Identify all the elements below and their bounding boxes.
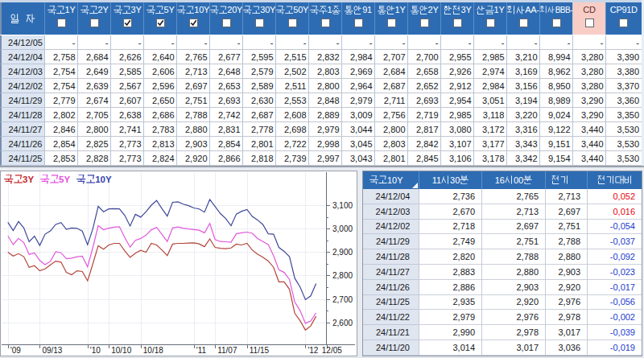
yield-row-24/12/02[interactable]: 24/12/022,7542,6392,5672,5962,6972,6532,…	[0, 79, 642, 93]
column-checkbox-CP91D[interactable]	[619, 19, 628, 27]
column-label: 30Y	[243, 2, 275, 17]
yield-value: 3,343	[506, 137, 539, 151]
yield-value: 3,280	[572, 79, 605, 93]
yield-value: 9,122	[539, 122, 572, 137]
rt-row-24/11/27[interactable]: 24/11/272,8832,8802,903-0,023	[363, 265, 642, 280]
yield-value: 3,290	[572, 93, 605, 108]
yield-value: 2,974	[473, 64, 506, 79]
column-checkbox-국주1종[interactable]	[321, 19, 330, 27]
yield-value: 2,984	[341, 50, 374, 64]
y-axis-label: 3,100	[332, 201, 353, 210]
yield-row-24/11/28[interactable]: 24/11/282,8022,7052,6382,6862,7882,7422,…	[0, 108, 642, 122]
column-header-한전3Y[interactable]: 3Y	[440, 2, 473, 35]
column-header-산금1Y[interactable]: 1Y	[473, 2, 506, 35]
rt-row-24/12/04[interactable]: 24/12/042,7362,7652,7130,052	[363, 189, 642, 204]
yield-row-24/11/26[interactable]: 24/11/262,8542,8252,7732,8132,9032,8542,…	[0, 137, 642, 151]
yield-value: -	[110, 35, 143, 50]
yield-row-24/11/25[interactable]: 24/11/252,8532,8282,7732,8242,9202,8662,…	[0, 151, 642, 166]
date-column-header[interactable]	[0, 2, 44, 35]
rt-row-24/11/26[interactable]: 24/11/262,8862,9032,920-0,017	[363, 280, 642, 295]
column-checkbox-국고30Y[interactable]	[255, 19, 264, 27]
column-checkbox-통안1Y[interactable]	[387, 19, 396, 27]
yield-value: 2,677	[209, 50, 242, 64]
rt-header-4[interactable]	[587, 171, 642, 189]
column-checkbox-국고10Y[interactable]	[189, 19, 198, 27]
column-checkbox-통안2Y[interactable]	[420, 19, 429, 27]
column-header-국고3Y[interactable]: 3Y	[110, 2, 143, 35]
yield-value: 3,220	[506, 108, 539, 122]
yield-value: 2,803	[374, 137, 407, 151]
column-header-국주1종[interactable]: 1	[308, 2, 341, 35]
column-header-통안91[interactable]: 91	[341, 2, 374, 35]
rt-row-24/11/21[interactable]: 24/11/212,9902,9783,017-0,039	[363, 325, 642, 340]
rt-row-24/11/22[interactable]: 24/11/222,9792,9762,978-0,002	[363, 310, 642, 325]
column-checkbox-한전3Y[interactable]	[453, 19, 462, 27]
column-header-국고1Y[interactable]: 1Y	[44, 2, 77, 35]
column-checkbox-CD[interactable]	[585, 19, 594, 27]
rt-row-24/11/29[interactable]: 24/11/292,7492,7512,788-0,037	[363, 234, 642, 249]
rt-row-24/11/20[interactable]: 24/11/203,0143,0173,036-0,019	[363, 340, 642, 356]
column-label: AA-	[507, 2, 539, 17]
column-header-국고20Y[interactable]: 20Y	[209, 2, 242, 35]
yield-value: 2,920	[176, 151, 209, 166]
column-header-회사AA-[interactable]: AA-	[506, 2, 539, 35]
column-checkbox-통안91[interactable]	[354, 19, 363, 27]
column-header-국고2Y[interactable]: 2Y	[77, 2, 110, 35]
column-header-국고50Y[interactable]: 50Y	[275, 2, 308, 35]
column-header-통안2Y[interactable]: 2Y	[407, 2, 440, 35]
rt-cell-diff: -0,017	[587, 280, 642, 295]
rt-row-24/12/03[interactable]: 24/12/032,6702,7132,6970,016	[363, 204, 642, 220]
yield-chart-panel: 3Y5Y10Y 3,1003,0002,9002,8002,7002,600'0…	[0, 171, 357, 356]
column-header-회사BBB-[interactable]: BBB-	[539, 2, 572, 35]
column-header-국고30Y[interactable]: 30Y	[242, 2, 275, 35]
yield-value: 2,880	[176, 122, 209, 137]
yield-value: -	[209, 35, 242, 50]
yield-row-24/11/29[interactable]: 24/11/292,7792,6742,6072,6502,7512,6932,…	[0, 93, 642, 108]
yield-value: 2,997	[308, 151, 341, 166]
rt-cell-date: 24/11/25	[363, 295, 419, 311]
column-header-CD[interactable]: CD	[572, 2, 605, 35]
yield-value: 3,107	[440, 137, 473, 151]
column-checkbox-국고2Y[interactable]	[90, 19, 99, 27]
yield-value: -	[440, 35, 473, 50]
yield-value: 2,626	[110, 50, 143, 64]
column-checkbox-회사AA-[interactable]	[519, 19, 528, 27]
column-checkbox-회사BBB-[interactable]	[552, 19, 561, 27]
column-header-국고10Y[interactable]: 10Y	[176, 2, 209, 35]
rt-row-24/11/25[interactable]: 24/11/252,9352,9202,976-0,056	[363, 295, 642, 311]
column-header-CP91D[interactable]: CP91D	[605, 2, 642, 35]
rt-header-0[interactable]: 10Y	[363, 171, 419, 189]
yield-row-24/11/27[interactable]: 24/11/272,8462,8002,7412,7832,8802,8312,…	[0, 122, 642, 137]
rt-cell-diff: 0,016	[587, 204, 642, 220]
column-checkbox-국고20Y[interactable]	[222, 19, 231, 27]
yield-value: 2,903	[176, 137, 209, 151]
yield-row-24/12/05[interactable]: 24/12/05------------------	[0, 35, 642, 50]
rt-cell-date: 24/11/20	[363, 340, 419, 356]
rt-header-3[interactable]	[545, 171, 587, 189]
column-checkbox-국고3Y[interactable]	[123, 19, 132, 27]
yield-row-24/12/03[interactable]: 24/12/032,7542,6492,5852,6062,7132,6482,…	[0, 64, 642, 79]
yield-row-24/12/04[interactable]: 24/12/042,7582,6842,6262,6402,7652,6772,…	[0, 50, 642, 64]
rt-header-1[interactable]: 1130	[419, 171, 481, 189]
rt-cell-t1600: 2,788	[481, 249, 545, 265]
rt-header-2[interactable]: 1600	[481, 171, 545, 189]
yield-value: 2,608	[275, 108, 308, 122]
rt-cell-date: 24/11/28	[363, 249, 419, 265]
chart-line-국고5Y	[8, 224, 316, 323]
rt-cell-t1130: 2,718	[419, 220, 481, 235]
yield-value: 2,606	[143, 64, 176, 79]
yield-value: 3,194	[506, 93, 539, 108]
column-checkbox-산금1Y[interactable]	[486, 19, 495, 27]
column-header-통안1Y[interactable]: 1Y	[374, 2, 407, 35]
yield-value: 8,994	[539, 50, 572, 64]
column-checkbox-국고5Y[interactable]	[156, 19, 165, 27]
rt-row-24/12/02[interactable]: 24/12/022,7182,6972,751-0,054	[363, 220, 642, 235]
rt-cell-diff: -0,056	[587, 295, 642, 311]
column-header-국고5Y[interactable]: 5Y	[143, 2, 176, 35]
column-checkbox-국고1Y[interactable]	[57, 19, 66, 27]
yield-value: 3,044	[341, 122, 374, 137]
yield-value: 2,700	[407, 50, 440, 64]
column-checkbox-국고50Y[interactable]	[288, 19, 297, 27]
yield-value: 2,801	[374, 151, 407, 166]
rt-row-24/11/28[interactable]: 24/11/282,8202,7882,880-0,092	[363, 249, 642, 265]
